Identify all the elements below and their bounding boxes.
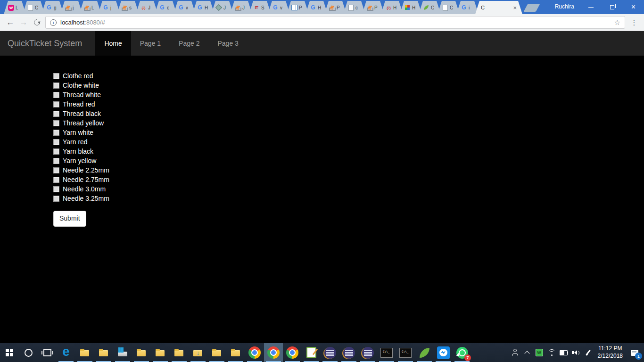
taskbar-button[interactable] — [283, 343, 302, 362]
checkbox-row[interactable]: Needle 2.25mm — [53, 165, 644, 175]
restore-button[interactable] — [602, 0, 623, 14]
taskbar-button[interactable] — [57, 343, 75, 362]
brand-title[interactable]: QuickTicket System — [0, 31, 89, 56]
forward-button[interactable]: → — [17, 16, 30, 29]
taskbar-button[interactable] — [434, 343, 453, 362]
taskbar-button[interactable] — [415, 343, 434, 362]
checkbox[interactable] — [53, 167, 59, 173]
browser-tab[interactable]: c — [343, 1, 365, 14]
browser-tab[interactable]: c — [155, 1, 177, 14]
browser-tab[interactable]: j — [98, 1, 120, 14]
taskbar-button[interactable]: 7 — [453, 343, 471, 362]
tray-button[interactable] — [582, 343, 594, 362]
checkbox[interactable] — [53, 130, 59, 136]
checkbox-row[interactable]: Thread white — [53, 90, 644, 99]
checkbox[interactable] — [53, 82, 59, 89]
tray-button[interactable] — [558, 343, 570, 362]
browser-menu-icon[interactable]: ⋮ — [628, 16, 640, 29]
browser-tab[interactable]: P — [324, 1, 347, 14]
tray-button[interactable] — [533, 343, 545, 362]
checkbox[interactable] — [53, 92, 59, 98]
nav-item[interactable]: Page 1 — [131, 31, 170, 56]
checkbox-row[interactable]: Clothe white — [53, 81, 644, 90]
browser-tab[interactable]: g — [41, 1, 64, 14]
nav-item[interactable]: Page 2 — [170, 31, 208, 56]
taskbar-button[interactable] — [358, 343, 377, 362]
tray-button[interactable] — [521, 343, 533, 362]
reload-button[interactable] — [30, 16, 43, 29]
browser-tab[interactable]: P — [287, 1, 309, 14]
minimize-button[interactable] — [580, 0, 602, 14]
browser-tab[interactable]: L — [4, 1, 26, 14]
active-tab[interactable]: C × — [475, 1, 522, 14]
tray-button[interactable] — [570, 343, 582, 362]
checkbox-row[interactable]: Thread yellow — [53, 118, 644, 128]
checkbox-row[interactable]: Yarn black — [53, 147, 644, 156]
browser-tab[interactable]: C — [438, 1, 460, 14]
browser-tab[interactable]: v — [173, 1, 196, 14]
checkbox[interactable] — [53, 101, 59, 107]
checkbox[interactable] — [53, 111, 59, 117]
bookmark-star-icon[interactable]: ☆ — [614, 18, 620, 27]
checkbox-row[interactable]: Needle 2.75mm — [53, 175, 644, 184]
tray-button[interactable] — [509, 343, 521, 362]
taskbar-button[interactable] — [339, 343, 358, 362]
taskbar-button[interactable] — [0, 343, 19, 362]
checkbox-row[interactable]: Yarn red — [53, 137, 644, 147]
taskbar-button[interactable] — [170, 343, 189, 362]
taskbar-button[interactable] — [377, 343, 396, 362]
checkbox[interactable] — [53, 196, 59, 202]
checkbox[interactable] — [53, 73, 59, 79]
taskbar-button[interactable] — [19, 343, 38, 362]
action-center-button[interactable]: 1 — [626, 343, 643, 362]
taskbar-button[interactable] — [302, 343, 321, 362]
clock[interactable]: 11:12 PM 2/12/2018 — [594, 345, 626, 360]
browser-tab[interactable]: S — [249, 1, 271, 14]
back-button[interactable]: ← — [4, 16, 17, 29]
taskbar-button[interactable] — [132, 343, 151, 362]
taskbar-button[interactable] — [189, 343, 207, 362]
browser-tab[interactable]: H — [305, 1, 328, 14]
taskbar-button[interactable] — [245, 343, 264, 362]
checkbox-row[interactable]: Needle 3.25mm — [53, 194, 644, 203]
taskbar-button[interactable] — [226, 343, 245, 362]
checkbox-row[interactable]: Needle 3.0mm — [53, 184, 644, 194]
new-tab-button[interactable] — [523, 4, 540, 12]
browser-tab[interactable]: H — [381, 1, 403, 14]
submit-button[interactable]: Submit — [53, 211, 86, 227]
checkbox-row[interactable]: Clothe red — [53, 71, 644, 81]
taskbar-button[interactable] — [94, 343, 113, 362]
checkbox-row[interactable]: Thread black — [53, 109, 644, 118]
checkbox[interactable] — [53, 120, 59, 126]
browser-tab[interactable]: J — [136, 1, 158, 14]
taskbar-button[interactable] — [264, 343, 283, 362]
browser-tab[interactable]: C — [419, 1, 441, 14]
checkbox[interactable] — [53, 148, 59, 155]
taskbar-button[interactable] — [113, 343, 132, 362]
browser-tab[interactable]: i — [456, 1, 479, 14]
tray-button[interactable] — [545, 343, 558, 362]
checkbox-row[interactable]: Yarn yellow — [53, 156, 644, 165]
browser-tab[interactable]: J — [211, 1, 233, 14]
browser-tab[interactable]: J — [230, 1, 252, 14]
taskbar-button[interactable] — [207, 343, 226, 362]
taskbar-button[interactable] — [151, 343, 170, 362]
checkbox[interactable] — [53, 177, 59, 183]
taskbar-button[interactable] — [321, 343, 339, 362]
browser-tab[interactable]: P — [362, 1, 384, 14]
address-bar[interactable]: localhost :8080/# ☆ — [45, 16, 625, 29]
browser-tab[interactable]: H — [192, 1, 215, 14]
browser-tab[interactable]: H — [400, 1, 422, 14]
checkbox[interactable] — [53, 139, 59, 145]
browser-tab[interactable]: j — [60, 1, 83, 14]
checkbox[interactable] — [53, 158, 59, 164]
checkbox[interactable] — [53, 186, 59, 192]
taskbar-button[interactable] — [396, 343, 415, 362]
browser-tab[interactable]: L — [79, 1, 101, 14]
page-info-icon[interactable] — [50, 19, 57, 26]
browser-tab[interactable]: s — [117, 1, 139, 14]
checkbox-row[interactable]: Thread red — [53, 99, 644, 109]
browser-tab[interactable]: C — [23, 1, 45, 14]
nav-item[interactable]: Home — [95, 31, 131, 56]
close-button[interactable]: × — [623, 0, 644, 14]
